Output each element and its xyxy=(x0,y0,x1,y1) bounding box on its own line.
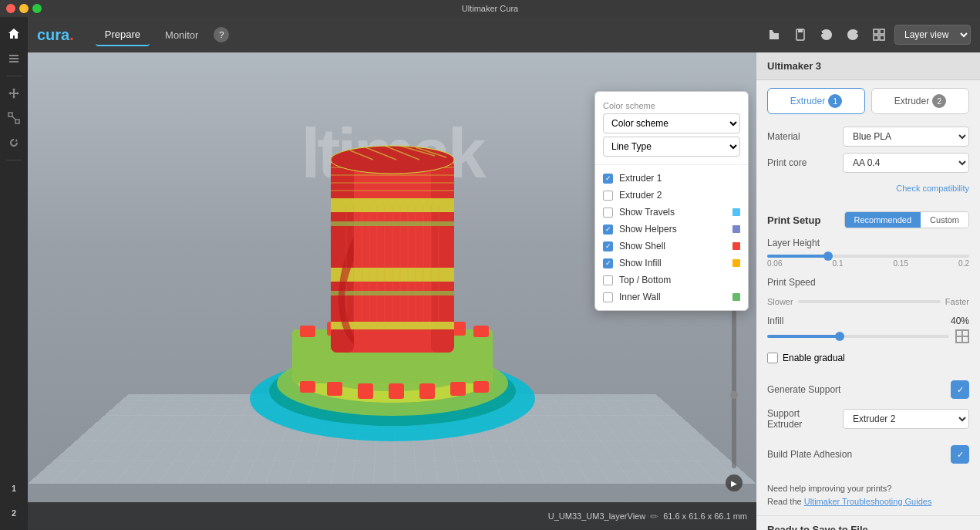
inner-wall-label: Inner Wall xyxy=(619,292,726,302)
svg-rect-0 xyxy=(9,61,19,62)
check-compat-link[interactable]: Check compatibility xyxy=(756,184,980,199)
sidebar-layers-icon[interactable] xyxy=(3,48,25,69)
tab-prepare[interactable]: Prepare xyxy=(96,24,150,46)
dropdown-show-travels[interactable]: Show Travels xyxy=(595,204,748,221)
material-label: Material xyxy=(767,131,837,142)
3d-model xyxy=(231,98,554,453)
inner-wall-checkbox[interactable] xyxy=(603,292,613,302)
show-helpers-checkbox[interactable]: ✓ xyxy=(603,224,613,235)
color-scheme-select[interactable]: Color scheme xyxy=(603,113,740,133)
svg-rect-26 xyxy=(327,382,342,396)
sidebar-settings-icon[interactable]: 1 xyxy=(3,478,25,499)
svg-rect-31 xyxy=(473,381,489,393)
enable-gradual-label: Enable gradual xyxy=(783,353,845,363)
dropdown-top-bottom[interactable]: Top / Bottom xyxy=(595,272,748,289)
svg-rect-1 xyxy=(9,58,19,59)
toolbar-redo-icon[interactable] xyxy=(842,24,864,46)
layer-height-section: Layer Height 0.06 0.1 0.15 0.2 xyxy=(756,235,980,274)
print-speed-row: Print Speed xyxy=(767,277,969,291)
dropdown-extruder1[interactable]: ✓ Extruder 1 xyxy=(595,170,748,187)
layer-height-track[interactable] xyxy=(767,255,969,258)
title-bar: Ultimaker Cura xyxy=(0,0,980,17)
edit-filename-icon[interactable]: ✏ xyxy=(650,511,658,522)
svg-rect-10 xyxy=(874,35,878,40)
toolbar-open-icon[interactable] xyxy=(763,24,785,46)
enable-gradual-checkbox[interactable] xyxy=(767,353,778,363)
material-section: Material Blue PLA Print core AA 0.4 xyxy=(756,122,980,184)
dropdown-show-helpers[interactable]: ✓ Show Helpers xyxy=(595,221,748,238)
extruder2-checkbox[interactable] xyxy=(603,191,613,201)
build-plate-adhesion-label: Build Plate Adhesion xyxy=(767,449,852,460)
top-bottom-checkbox[interactable] xyxy=(603,275,613,285)
material-select[interactable]: Blue PLA xyxy=(843,127,969,147)
help-section: Need help improving your prints? Read th… xyxy=(756,474,980,515)
svg-rect-3 xyxy=(8,113,12,116)
toolbar-grid-icon[interactable] xyxy=(868,24,890,46)
print-core-row: Print core AA 0.4 xyxy=(767,153,969,173)
recommended-tab[interactable]: Recommended xyxy=(845,212,921,228)
build-plate-adhesion-toggle[interactable]: ✓ xyxy=(951,445,969,464)
dropdown-extruder2[interactable]: Extruder 2 xyxy=(595,187,748,204)
infill-header: Infill 40% xyxy=(767,316,969,326)
extruder1-tab[interactable]: Extruder 1 xyxy=(767,88,865,114)
print-speed-label: Print Speed xyxy=(767,277,816,288)
enable-gradual-row: Enable gradual xyxy=(756,349,980,370)
tab-monitor[interactable]: Monitor xyxy=(156,25,207,46)
layer-slider-thumb[interactable] xyxy=(730,391,738,399)
show-helpers-color xyxy=(732,225,740,233)
show-travels-checkbox[interactable] xyxy=(603,208,613,218)
svg-rect-30 xyxy=(450,382,466,396)
print-core-select[interactable]: AA 0.4 xyxy=(843,153,969,173)
viewport-bottom-bar: U_UM33_UM3_layerView ✏ 61.6 x 61.6 x 66.… xyxy=(28,502,756,530)
layer-play-button[interactable]: ▶ xyxy=(726,474,743,491)
print-speed-track[interactable] xyxy=(798,300,941,303)
svg-rect-2 xyxy=(9,55,19,56)
faster-label: Faster xyxy=(945,297,969,306)
dropdown-inner-wall[interactable]: Inner Wall xyxy=(595,289,748,306)
toolbar-undo-icon[interactable] xyxy=(816,24,837,46)
help-link[interactable]: Ultimaker Troubleshooting Guides xyxy=(804,497,932,506)
material-row: Material Blue PLA xyxy=(767,127,969,147)
generate-support-label: Generate Support xyxy=(767,384,840,395)
extruder-tabs: Extruder 1 Extruder 2 xyxy=(756,80,980,122)
layer-height-label: Layer Height xyxy=(767,238,820,248)
infill-row xyxy=(767,329,969,343)
extruder2-tab-label: Extruder xyxy=(894,96,929,106)
sidebar-move-icon[interactable] xyxy=(3,83,25,104)
extruder1-label: Extruder 1 xyxy=(619,173,740,184)
extruder1-checkbox[interactable]: ✓ xyxy=(603,174,613,184)
view-select[interactable]: Layer view Solid view X-Ray view xyxy=(894,25,971,45)
sidebar-rotate-icon[interactable] xyxy=(3,132,25,154)
svg-rect-7 xyxy=(798,29,803,32)
show-infill-color xyxy=(732,259,740,267)
svg-line-5 xyxy=(12,116,15,120)
dropdown-show-infill[interactable]: ✓ Show Infill xyxy=(595,255,748,272)
build-plate-adhesion-row: Build Plate Adhesion ✓ xyxy=(756,441,980,468)
dropdown-show-shell[interactable]: ✓ Show Shell xyxy=(595,238,748,255)
toolbar-save-icon[interactable] xyxy=(790,24,811,46)
top-toolbar: cura. Prepare Monitor ? xyxy=(28,17,980,52)
sidebar-info-icon[interactable]: 2 xyxy=(3,502,25,524)
show-shell-checkbox[interactable]: ✓ xyxy=(603,241,613,251)
generate-support-toggle[interactable]: ✓ xyxy=(951,380,969,399)
logo: cura. xyxy=(37,26,74,44)
minimize-button[interactable] xyxy=(19,4,29,13)
infill-pattern-icon xyxy=(955,329,969,343)
close-button[interactable] xyxy=(6,4,15,13)
sidebar-scale-icon[interactable] xyxy=(3,107,25,129)
infill-slider-track[interactable] xyxy=(767,335,949,338)
support-extruder-select[interactable]: Extruder 2 xyxy=(843,409,969,429)
show-helpers-label: Show Helpers xyxy=(619,224,726,235)
show-infill-checkbox[interactable]: ✓ xyxy=(603,258,613,268)
custom-tab[interactable]: Custom xyxy=(921,212,968,228)
show-travels-label: Show Travels xyxy=(619,207,726,218)
extruder2-label: Extruder 2 xyxy=(619,190,740,201)
infill-label: Infill xyxy=(767,316,783,326)
extruder2-tab[interactable]: Extruder 2 xyxy=(871,88,969,114)
sidebar-home-icon[interactable] xyxy=(3,23,25,45)
line-type-select[interactable]: Line Type xyxy=(603,137,740,157)
maximize-button[interactable] xyxy=(32,4,42,13)
ready-text: Ready to Save to File xyxy=(767,524,969,530)
help-icon[interactable]: ? xyxy=(214,27,229,42)
inner-wall-color xyxy=(732,293,740,301)
